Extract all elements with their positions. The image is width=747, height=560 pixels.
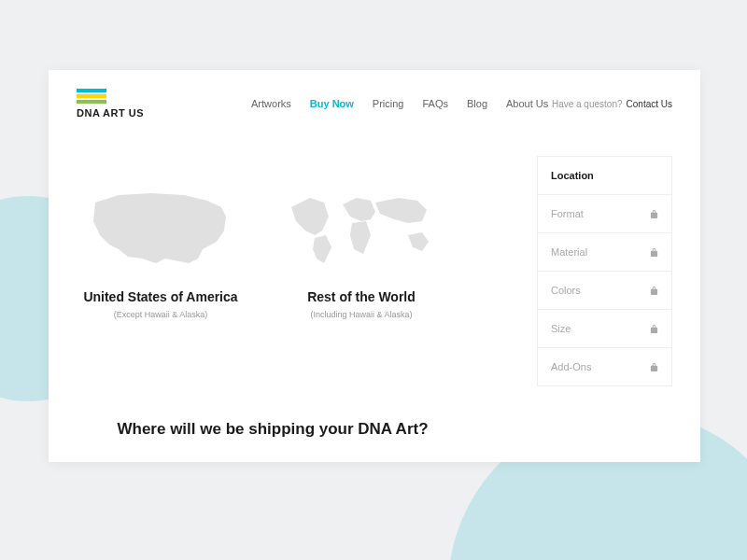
main-card: DNA ART US Artworks Buy Now Pricing FAQs… bbox=[49, 70, 700, 462]
nav: Artworks Buy Now Pricing FAQs Blog About… bbox=[251, 98, 548, 109]
option-world-subtitle: (Including Hawaii & Alaska) bbox=[310, 310, 412, 319]
lock-icon bbox=[650, 362, 658, 372]
lock-icon bbox=[650, 286, 658, 296]
logo-bars bbox=[77, 89, 144, 104]
step-size: Size bbox=[538, 310, 671, 348]
step-colors: Colors bbox=[538, 272, 671, 310]
step-label: Colors bbox=[551, 285, 581, 296]
step-label: Location bbox=[551, 170, 594, 181]
step-addons: Add-Ons bbox=[538, 348, 671, 385]
step-label: Size bbox=[551, 323, 571, 334]
page-heading: Where will we be shipping your DNA Art? bbox=[49, 420, 497, 439]
nav-faqs[interactable]: FAQs bbox=[422, 98, 448, 109]
wizard-steps: Location Format Material Colors Size Add… bbox=[537, 156, 672, 386]
nav-artworks[interactable]: Artworks bbox=[251, 98, 291, 109]
logo-text: DNA ART US bbox=[77, 107, 144, 119]
option-world[interactable]: Rest of the World (Including Hawaii & Al… bbox=[277, 184, 445, 386]
lock-icon bbox=[650, 209, 658, 219]
nav-blog[interactable]: Blog bbox=[467, 98, 487, 109]
logo[interactable]: DNA ART US bbox=[77, 89, 144, 119]
header: DNA ART US Artworks Buy Now Pricing FAQs… bbox=[49, 70, 700, 137]
nav-about-us[interactable]: About Us bbox=[506, 98, 548, 109]
world-map-icon bbox=[277, 184, 445, 273]
step-label: Add-Ons bbox=[551, 361, 591, 372]
contact-link[interactable]: Contact Us bbox=[627, 99, 672, 109]
step-location[interactable]: Location bbox=[538, 157, 671, 195]
body: United States of America (Except Hawaii … bbox=[49, 137, 700, 405]
nav-buy-now[interactable]: Buy Now bbox=[310, 98, 354, 109]
step-material: Material bbox=[538, 233, 671, 272]
header-question: Have a queston? bbox=[552, 99, 623, 109]
lock-icon bbox=[650, 247, 658, 258]
lock-icon bbox=[650, 324, 658, 334]
option-world-title: Rest of the World bbox=[307, 289, 416, 304]
step-label: Format bbox=[551, 208, 584, 219]
option-usa-subtitle: (Except Hawaii & Alaska) bbox=[114, 310, 208, 319]
header-right: Have a queston? Contact Us bbox=[552, 99, 672, 109]
option-usa-title: United States of America bbox=[83, 289, 237, 304]
usa-map-icon bbox=[77, 184, 245, 273]
location-options: United States of America (Except Hawaii … bbox=[77, 184, 445, 386]
step-label: Material bbox=[551, 246, 587, 258]
nav-pricing[interactable]: Pricing bbox=[373, 98, 404, 109]
option-usa[interactable]: United States of America (Except Hawaii … bbox=[77, 184, 245, 386]
step-format: Format bbox=[538, 195, 671, 233]
